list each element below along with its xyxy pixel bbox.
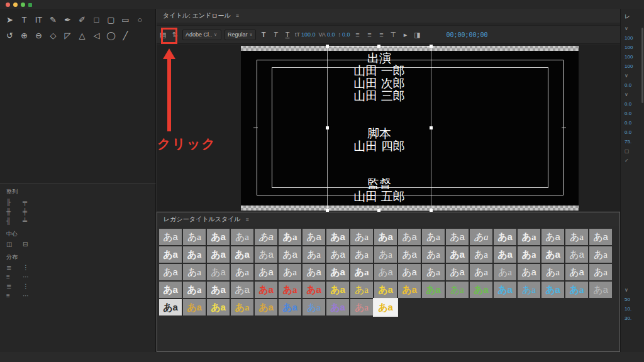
timecode-display[interactable]: 00;00;00;00: [446, 31, 487, 38]
properties-scrollbar[interactable]: [641, 28, 643, 103]
property-row[interactable]: 0.0: [621, 99, 641, 109]
property-row[interactable]: 0.0: [621, 118, 641, 128]
style-swatch[interactable]: あa: [446, 246, 469, 263]
style-swatch[interactable]: あa: [494, 282, 516, 298]
distribute-top-icon[interactable]: ≣: [6, 263, 23, 272]
style-swatch[interactable]: あa: [374, 246, 397, 263]
arc-tool[interactable]: ◁: [89, 28, 104, 43]
panel-menu-icon[interactable]: ≡: [246, 216, 249, 222]
property-row[interactable]: 100: [621, 43, 641, 52]
style-swatch[interactable]: あa: [374, 264, 397, 280]
style-swatch[interactable]: あa: [398, 282, 421, 298]
align-center-button[interactable]: ≡: [365, 29, 374, 40]
center-vertical-icon[interactable]: ⊟: [23, 239, 39, 249]
style-swatch[interactable]: あa: [422, 282, 445, 298]
center-horizontal-icon[interactable]: ◫: [6, 239, 23, 249]
selection-handle[interactable]: [430, 45, 433, 48]
style-swatch[interactable]: あa: [518, 246, 540, 263]
align-vertical-center-icon[interactable]: ╪: [23, 207, 39, 216]
selection-tool[interactable]: ➤: [3, 12, 17, 28]
style-swatch[interactable]: あa: [231, 264, 253, 280]
style-swatch[interactable]: あa: [518, 282, 540, 298]
style-swatch[interactable]: あa: [589, 282, 612, 298]
style-swatch[interactable]: あa: [231, 229, 253, 245]
style-swatch[interactable]: あa: [183, 282, 206, 298]
style-swatch[interactable]: あa: [255, 229, 277, 245]
triangle-tool[interactable]: △: [75, 28, 89, 43]
property-row[interactable]: 50: [621, 295, 641, 304]
panel-menu-icon[interactable]: ≡: [236, 13, 239, 19]
bold-button[interactable]: T: [259, 29, 268, 40]
style-swatch[interactable]: あa: [470, 246, 492, 263]
style-swatch[interactable]: あa: [589, 229, 612, 245]
style-swatch[interactable]: あa: [231, 246, 253, 263]
style-swatch[interactable]: あa: [159, 229, 182, 245]
circle-tool[interactable]: ◯: [104, 28, 118, 43]
style-swatch[interactable]: あa: [326, 299, 349, 315]
style-swatch[interactable]: あa: [159, 299, 182, 315]
style-swatch[interactable]: あa: [303, 229, 325, 245]
style-swatch[interactable]: あa: [231, 299, 253, 315]
add-anchor-point-tool[interactable]: ⊕: [17, 28, 31, 43]
style-swatch[interactable]: あa: [494, 229, 516, 245]
style-swatch[interactable]: あa: [518, 229, 540, 245]
style-swatch[interactable]: あa: [422, 264, 445, 280]
style-swatch[interactable]: あa: [279, 246, 301, 263]
style-swatch[interactable]: あa: [255, 246, 277, 263]
property-row[interactable]: 100: [621, 33, 641, 43]
style-swatch[interactable]: あa: [374, 229, 397, 245]
style-swatch[interactable]: あa: [494, 246, 516, 263]
area-type-tool[interactable]: ✎: [46, 12, 60, 28]
minimize-button[interactable]: [13, 3, 18, 7]
style-swatch[interactable]: あa: [183, 229, 206, 245]
style-swatch[interactable]: あa: [207, 299, 230, 315]
style-swatch[interactable]: あa: [541, 282, 564, 298]
vertical-type-tool[interactable]: IT: [31, 12, 46, 28]
style-swatch[interactable]: あa: [207, 282, 230, 298]
wedge-tool[interactable]: ◸: [60, 28, 75, 43]
property-row[interactable]: ∨: [621, 71, 641, 80]
style-swatch[interactable]: あa: [541, 264, 564, 280]
selection-handle[interactable]: [377, 45, 380, 48]
style-swatch[interactable]: あa: [255, 264, 277, 280]
rotation-tool[interactable]: ↺: [3, 28, 17, 43]
distribute-left-icon[interactable]: ⋮: [23, 263, 39, 272]
property-row[interactable]: 0.0: [621, 128, 641, 137]
kerning-control[interactable]: VA 0.0: [319, 31, 335, 38]
style-swatch[interactable]: あa: [565, 282, 588, 298]
style-swatch[interactable]: あa: [565, 246, 588, 263]
leading-control[interactable]: ↕ 0.0: [338, 31, 350, 38]
style-swatch[interactable]: あa: [326, 282, 349, 298]
style-swatch[interactable]: あa: [326, 246, 349, 263]
style-swatch[interactable]: あa: [446, 264, 469, 280]
style-swatch[interactable]: あa: [326, 264, 349, 280]
style-swatch[interactable]: あa: [589, 246, 612, 263]
style-swatch[interactable]: あa: [183, 264, 206, 280]
style-swatch[interactable]: あa: [470, 229, 492, 245]
style-swatch[interactable]: あa: [422, 246, 445, 263]
align-horizontal-center-icon[interactable]: ╫: [6, 207, 23, 216]
show-video-button[interactable]: ◨: [413, 29, 421, 40]
style-swatch[interactable]: あa: [183, 299, 206, 315]
templates-button[interactable]: ▸: [401, 29, 409, 40]
style-swatch[interactable]: あa: [183, 246, 206, 263]
font-style-select[interactable]: Regular ∨: [225, 30, 256, 40]
style-swatch[interactable]: あa: [279, 229, 301, 245]
style-swatch[interactable]: あa: [541, 246, 564, 263]
rectangle-tool[interactable]: □: [89, 12, 104, 28]
pen-tool[interactable]: ✐: [75, 12, 89, 28]
style-swatch[interactable]: あa: [350, 246, 373, 263]
style-swatch[interactable]: あa: [398, 264, 421, 280]
kerning-value[interactable]: 0.0: [327, 31, 335, 38]
property-row[interactable]: 10.: [621, 304, 641, 314]
style-swatch[interactable]: あa: [589, 264, 612, 280]
font-size-value[interactable]: 100.0: [301, 31, 316, 38]
distribute-vspace-icon[interactable]: ≡: [6, 291, 23, 300]
align-right-icon[interactable]: ╢: [6, 216, 23, 226]
align-left-button[interactable]: ≡: [353, 29, 362, 40]
line-tool[interactable]: ╱: [118, 28, 133, 43]
style-swatch[interactable]: あa: [446, 229, 469, 245]
style-swatch[interactable]: あa: [303, 282, 325, 298]
style-swatch[interactable]: あa: [255, 282, 277, 298]
style-swatch[interactable]: あa: [279, 264, 301, 280]
